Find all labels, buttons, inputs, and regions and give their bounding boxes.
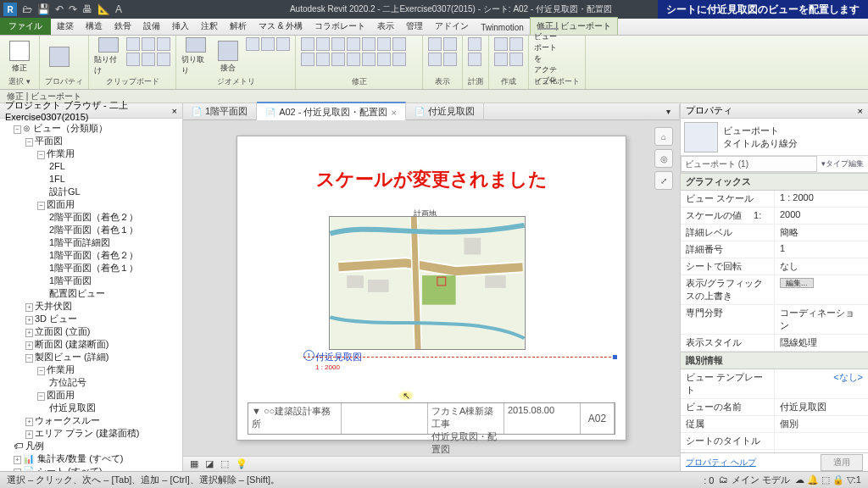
group-label: クリップボード	[94, 76, 170, 87]
svg-rect-1	[422, 275, 455, 305]
ribbon-tab[interactable]: 管理	[400, 18, 429, 35]
tab-overflow[interactable]: ▾	[658, 104, 680, 119]
edit-button[interactable]: 編集...	[780, 278, 814, 288]
nav-home-icon[interactable]: ⌂	[654, 127, 673, 146]
doc-tab-active[interactable]: 📄 A02 - 付近見取図・配置図 ×	[257, 102, 406, 121]
measure-tools[interactable]	[468, 37, 481, 66]
vc-icon[interactable]: ◪	[205, 458, 214, 469]
qat-redo-icon[interactable]: ↷	[69, 3, 77, 15]
geom-small[interactable]	[246, 37, 290, 51]
properties-title: プロパティ	[686, 104, 732, 117]
project-browser-header: プロジェクト ブラウザ - 二上Exercise0307(2015) ×	[0, 103, 182, 119]
vc-icon[interactable]: ▦	[190, 458, 198, 469]
ribbon-group-clipboard: 貼り付け クリップボード	[89, 36, 176, 89]
svg-rect-3	[347, 275, 364, 288]
qat-measure-icon[interactable]: 📐	[97, 3, 110, 15]
properties-panel: プロパティ × ビューポートタイトルあり線分 ビューポート (1) ▾タイプ編集…	[680, 103, 868, 471]
properties-header: プロパティ ×	[681, 103, 868, 119]
ribbon-tab[interactable]: コラボレート	[309, 18, 371, 35]
group-label: 修正	[301, 76, 417, 87]
apply-button[interactable]: 適用	[821, 454, 863, 471]
view-control-bar[interactable]: ▦ ◪ ⬚ 💡	[183, 456, 680, 471]
modify-tools[interactable]	[301, 37, 406, 66]
edit-type-button[interactable]: ▾タイプ編集	[817, 156, 868, 172]
type-thumbnail	[684, 122, 718, 152]
nav-bar: ⌂ ◎ ⤢	[654, 127, 673, 190]
paste-button[interactable]: 貼り付け	[94, 37, 123, 76]
prop-category: 識別情報	[681, 352, 868, 369]
status-sep: : 0	[704, 475, 714, 485]
vicinity-map[interactable]	[329, 216, 526, 350]
ribbon-tab[interactable]: 挿入	[166, 18, 195, 35]
qat-open-icon[interactable]: 🗁	[22, 3, 32, 15]
svg-rect-5	[464, 238, 481, 255]
cut-button[interactable]: 切り取り	[181, 37, 210, 76]
ribbon-tab[interactable]: アドイン	[429, 18, 475, 35]
view-title-tag[interactable]: 付近見取図 1 : 2000	[315, 351, 362, 371]
vc-icon[interactable]: 💡	[236, 458, 248, 469]
clipboard-small-buttons[interactable]	[126, 37, 170, 66]
qat-undo-icon[interactable]: ↶	[55, 3, 64, 15]
ribbon-tab[interactable]: 表示	[371, 18, 400, 35]
cursor-icon: ↖	[403, 391, 410, 402]
sheet[interactable]: スケールが変更されました 計画地	[236, 136, 626, 441]
modify-button[interactable]: 修正	[5, 37, 34, 76]
ribbon-tab[interactable]: Twinmotion	[475, 20, 530, 35]
qat-print-icon[interactable]: 🖶	[82, 3, 92, 15]
view-number[interactable]: 1	[303, 350, 314, 361]
group-label: 計測	[468, 76, 483, 87]
grip-icon[interactable]	[613, 355, 617, 359]
titleblock[interactable]: ▼ ○○建築設計事務所 フカミA棟新築工事付近見取図・配置図 2015.08.0…	[248, 402, 615, 435]
ribbon-group-create: 作成	[489, 36, 529, 89]
file-tab[interactable]: ファイル	[0, 18, 51, 35]
ribbon-group-viewport: ビューポートを アクティブ化 ビューポート	[529, 36, 586, 89]
status-icons[interactable]: ☁ 🔔 ⬚ 🔒 ▽:1	[795, 474, 861, 485]
instruction-banner: シートに付近見取図のビューを配置します	[658, 0, 868, 19]
quick-access-toolbar[interactable]: 🗁 💾 ↶ ↷ 🖶 📐 A	[22, 3, 122, 15]
group-label: ジオメトリ	[181, 76, 290, 87]
ribbon-tab[interactable]: 鉄骨	[108, 18, 137, 35]
close-icon[interactable]: ×	[391, 108, 396, 118]
close-icon[interactable]: ×	[858, 106, 863, 116]
create-tools[interactable]	[494, 37, 523, 66]
ribbon-group-select: 修正 選択 ▾	[0, 36, 40, 89]
close-icon[interactable]: ×	[172, 106, 177, 116]
qat-text-icon[interactable]: A	[115, 3, 122, 15]
ribbon-tab[interactable]: 設備	[137, 18, 166, 35]
group-label: プロパティ	[45, 76, 83, 87]
ribbon-tab[interactable]: マス & 外構	[253, 18, 309, 35]
ribbon-tabstrip: ファイル 建築 構造 鉄骨 設備 挿入 注釈 解析 マス & 外構 コラボレート…	[0, 19, 868, 36]
qat-save-icon[interactable]: 💾	[37, 3, 50, 15]
status-model[interactable]: 🗂 メイン モデル	[719, 474, 789, 486]
type-selector[interactable]: ビューポートタイトルあり線分	[681, 119, 868, 156]
canvas-area: 📄 1階平面図 📄 A02 - 付近見取図・配置図 × 📄 付近見取図 ▾ ⌂ …	[183, 103, 680, 471]
ribbon-tab[interactable]: 構造	[80, 18, 108, 35]
doc-tab[interactable]: 📄 付近見取図	[406, 103, 484, 120]
selection-line	[303, 357, 615, 358]
properties-grid[interactable]: グラフィックス ビュー スケール1 : 2000 スケールの値 1:2000 詳…	[681, 173, 868, 452]
view-tools[interactable]	[428, 37, 457, 66]
properties-button[interactable]	[45, 37, 74, 76]
group-label: 作成	[494, 76, 523, 87]
instance-selector[interactable]: ビューポート (1)	[681, 156, 817, 172]
status-hint: 選択 – クリック、次へ – [Tab]、追加 – [Ctrl]、選択解除 – …	[7, 474, 280, 486]
svg-rect-6	[485, 275, 506, 288]
ribbon-group-geometry: 切り取り 接合 ジオメトリ	[176, 36, 296, 89]
ribbon-tab[interactable]: 注釈	[195, 18, 224, 35]
jog-button[interactable]: 接合	[214, 37, 242, 76]
group-label: ビューポート	[534, 76, 580, 87]
svg-rect-4	[368, 280, 389, 292]
ribbon-tab[interactable]: 建築	[51, 18, 80, 35]
nav-wheel-icon[interactable]: ◎	[654, 149, 673, 168]
nav-zoom-icon[interactable]: ⤢	[654, 171, 673, 190]
ribbon-tab[interactable]: 解析	[224, 18, 253, 35]
vc-icon[interactable]: ⬚	[220, 458, 229, 469]
properties-help-link[interactable]: プロパティ ヘルプ	[686, 457, 756, 469]
document-tabs: 📄 1階平面図 📄 A02 - 付近見取図・配置図 × 📄 付近見取図 ▾	[183, 103, 680, 120]
ribbon-group-view: 表示	[423, 36, 463, 89]
project-tree[interactable]: −⊙ ビュー（分類順） −平面図 −作業用 2FL1FL設計GL −図面用 2階…	[0, 119, 182, 471]
ribbon: 修正 選択 ▾ プロパティ 貼り付け クリップボード 切り取り 接合 ジオメトリ…	[0, 36, 868, 90]
doc-tab[interactable]: 📄 1階平面図	[183, 103, 257, 120]
sheet-canvas[interactable]: ⌂ ◎ ⤢ スケールが変更されました 計画地	[183, 120, 680, 456]
activate-viewport-button[interactable]: ビューポートを アクティブ化	[534, 37, 563, 76]
